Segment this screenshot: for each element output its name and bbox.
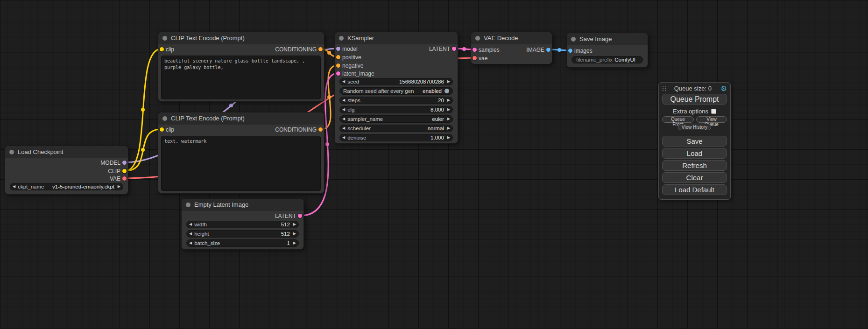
load-default-button[interactable]: Load Default xyxy=(662,184,727,195)
node-save-image[interactable]: Save Image images filename_prefix ComfyU… xyxy=(566,33,648,68)
input-dot-clip[interactable] xyxy=(160,127,164,132)
widget-width[interactable]: ◀ width 512 ▶ xyxy=(186,221,299,228)
node-title: VAE Decode xyxy=(484,32,518,44)
output-dot-image[interactable] xyxy=(546,48,550,52)
widget-value: v1-5-pruned-emaonly.ckpt xyxy=(44,184,115,189)
node-title-bar[interactable]: KSampler xyxy=(335,32,458,44)
collapse-dot-icon[interactable] xyxy=(9,150,14,154)
refresh-button[interactable]: Refresh xyxy=(662,160,727,171)
widget-steps[interactable]: ◀ steps 20 ▶ xyxy=(339,97,453,104)
decrement-arrow-icon[interactable]: ◀ xyxy=(187,221,194,228)
node-title: Empty Latent Image xyxy=(194,199,248,211)
increment-arrow-icon[interactable]: ▶ xyxy=(445,134,452,141)
decrement-arrow-icon[interactable]: ◀ xyxy=(340,134,347,141)
widget-sampler-name[interactable]: ◀ sampler_name euler ▶ xyxy=(339,115,453,123)
input-dot-negative[interactable] xyxy=(336,63,340,68)
node-load-checkpoint[interactable]: Load Checkpoint MODEL CLIP VAE ◀ ckpt_na… xyxy=(5,146,128,195)
collapse-dot-icon[interactable] xyxy=(571,37,576,42)
node-title-bar[interactable]: VAE Decode xyxy=(471,32,552,44)
slot-label: IMAGE xyxy=(526,47,544,53)
widget-cfg[interactable]: ◀ cfg 8.000 ▶ xyxy=(339,106,453,113)
increment-arrow-icon[interactable]: ▶ xyxy=(445,125,452,132)
increment-arrow-icon[interactable]: ▶ xyxy=(291,221,298,228)
decrement-arrow-icon[interactable]: ◀ xyxy=(340,97,347,104)
collapse-dot-icon[interactable] xyxy=(162,116,167,121)
input-dot-images[interactable] xyxy=(568,49,572,53)
node-title-bar[interactable]: CLIP Text Encode (Prompt) xyxy=(158,112,324,125)
node-empty-latent-image[interactable]: Empty Latent Image LATENT ◀ width 512 ▶ … xyxy=(181,198,304,250)
input-dot-clip[interactable] xyxy=(160,47,164,51)
node-graph-canvas[interactable]: Load Checkpoint MODEL CLIP VAE ◀ ckpt_na… xyxy=(0,0,868,329)
widget-random-seed-toggle[interactable]: Random seed after every gen enabled xyxy=(339,87,453,95)
output-dot-conditioning[interactable] xyxy=(318,127,323,132)
view-queue-button[interactable]: View Queue xyxy=(696,116,727,123)
increment-arrow-icon[interactable]: ▶ xyxy=(291,240,298,246)
widget-label: ckpt_name xyxy=(18,184,44,189)
collapse-dot-icon[interactable] xyxy=(475,36,480,41)
increment-arrow-icon[interactable]: ▶ xyxy=(445,97,452,104)
widget-scheduler[interactable]: ◀ scheduler normal ▶ xyxy=(339,125,453,132)
node-clip-text-encode-negative[interactable]: CLIP Text Encode (Prompt) clip CONDITION… xyxy=(158,112,325,194)
decrement-arrow-icon[interactable]: ◀ xyxy=(10,183,18,190)
widget-height[interactable]: ◀ height 512 ▶ xyxy=(186,230,299,238)
save-button[interactable]: Save xyxy=(662,136,727,147)
output-dot-clip[interactable] xyxy=(122,169,127,173)
queue-front-button[interactable]: Queue Front xyxy=(662,116,694,123)
decrement-arrow-icon[interactable]: ◀ xyxy=(187,240,194,246)
output-dot-vae[interactable] xyxy=(122,176,127,181)
decrement-arrow-icon[interactable]: ◀ xyxy=(340,106,347,113)
slot-label: clip xyxy=(166,46,174,53)
negative-prompt-textarea[interactable]: text, watermark xyxy=(161,136,321,191)
collapse-dot-icon[interactable] xyxy=(186,203,191,207)
view-history-button[interactable]: View History xyxy=(678,124,711,130)
output-dot-model[interactable] xyxy=(122,161,127,165)
increment-arrow-icon[interactable]: ▶ xyxy=(445,78,452,85)
slot-label: images xyxy=(574,48,593,54)
widget-label: steps xyxy=(347,98,360,103)
increment-arrow-icon[interactable]: ▶ xyxy=(445,106,452,113)
clear-button[interactable]: Clear xyxy=(662,172,727,183)
node-vae-decode[interactable]: VAE Decode samples vae IMAGE xyxy=(471,32,552,64)
input-dot-vae[interactable] xyxy=(473,56,477,60)
node-clip-text-encode-positive[interactable]: CLIP Text Encode (Prompt) clip CONDITION… xyxy=(158,32,325,102)
decrement-arrow-icon[interactable]: ◀ xyxy=(187,231,194,237)
input-dot-latent-image[interactable] xyxy=(336,71,340,76)
input-slot-positive: positive xyxy=(335,54,361,61)
widget-seed[interactable]: ◀ seed 156680208700286 ▶ xyxy=(339,78,453,85)
widget-filename-prefix[interactable]: filename_prefix ComfyUI xyxy=(572,56,643,63)
node-title: KSampler xyxy=(347,32,374,44)
widget-label: batch_size xyxy=(194,240,220,246)
decrement-arrow-icon[interactable]: ◀ xyxy=(340,78,347,85)
queue-prompt-button[interactable]: Queue Prompt xyxy=(662,94,727,105)
settings-gear-icon[interactable]: ⚙ xyxy=(721,85,727,92)
input-dot-model[interactable] xyxy=(336,47,340,51)
decrement-arrow-icon[interactable]: ◀ xyxy=(340,125,347,132)
node-title-bar[interactable]: CLIP Text Encode (Prompt) xyxy=(158,32,324,44)
widget-denoise[interactable]: ◀ denoise 1.000 ▶ xyxy=(339,134,453,141)
widget-ckpt-name[interactable]: ◀ ckpt_name v1-5-pruned-emaonly.ckpt ▶ xyxy=(10,183,123,190)
node-title-bar[interactable]: Load Checkpoint xyxy=(5,146,128,158)
output-slot-conditioning: CONDITIONING xyxy=(275,126,324,133)
toggle-knob-icon[interactable] xyxy=(445,89,449,93)
input-dot-samples[interactable] xyxy=(473,48,477,52)
load-button[interactable]: Load xyxy=(662,148,727,159)
input-slot-clip: clip xyxy=(158,46,174,53)
collapse-dot-icon[interactable] xyxy=(339,36,344,41)
decrement-arrow-icon[interactable]: ◀ xyxy=(340,116,347,122)
node-title-bar[interactable]: Empty Latent Image xyxy=(182,199,303,211)
increment-arrow-icon[interactable]: ▶ xyxy=(291,231,298,237)
widget-batch-size[interactable]: ◀ batch_size 1 ▶ xyxy=(186,239,299,247)
increment-arrow-icon[interactable]: ▶ xyxy=(115,183,123,190)
node-ksampler[interactable]: KSampler model positive negative latent_… xyxy=(334,32,458,144)
increment-arrow-icon[interactable]: ▶ xyxy=(445,116,452,122)
wire-midpoint-dot xyxy=(229,104,233,107)
wire-midpoint-dot xyxy=(325,142,329,146)
output-dot-latent[interactable] xyxy=(298,214,302,218)
node-title-bar[interactable]: Save Image xyxy=(567,33,648,45)
extra-options-checkbox[interactable] xyxy=(711,109,716,114)
positive-prompt-textarea[interactable]: beautiful scenery nature glass bottle la… xyxy=(161,56,321,99)
collapse-dot-icon[interactable] xyxy=(162,36,167,41)
input-dot-positive[interactable] xyxy=(336,55,340,59)
output-dot-conditioning[interactable] xyxy=(318,47,323,51)
output-dot-latent[interactable] xyxy=(452,47,456,51)
